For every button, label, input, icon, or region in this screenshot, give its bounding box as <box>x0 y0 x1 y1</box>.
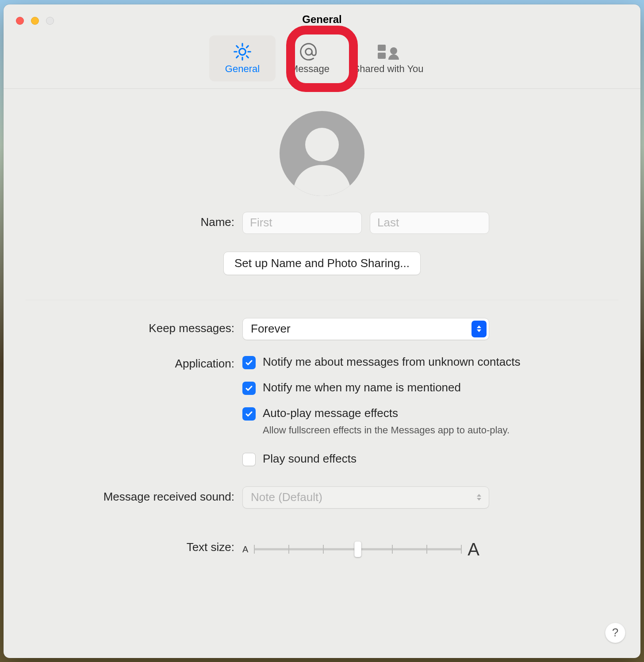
divider <box>26 300 618 300</box>
tab-general-label: General <box>225 63 260 75</box>
keep-messages-value: Forever <box>251 322 291 336</box>
window-controls <box>16 17 54 25</box>
name-label: Name: <box>26 212 242 229</box>
sound-label: Message received sound: <box>26 486 242 504</box>
slider-tick <box>461 545 462 554</box>
last-name-input[interactable] <box>370 212 489 234</box>
svg-rect-3 <box>378 53 386 59</box>
preferences-window: General General iMessag <box>4 4 640 658</box>
text-size-label: Text size: <box>26 540 242 554</box>
checkbox-row: Play sound effects <box>242 452 520 466</box>
help-button[interactable]: ? <box>605 623 625 643</box>
question-mark-icon: ? <box>612 626 618 639</box>
slider-thumb[interactable] <box>354 541 361 557</box>
slider-tick <box>323 545 324 554</box>
header: General General iMessag <box>4 4 640 89</box>
gear-icon <box>233 42 252 61</box>
checkbox-subtext: Allow fullscreen effects in the Messages… <box>263 425 510 436</box>
slider-tick <box>426 545 427 554</box>
minimize-window-button[interactable] <box>31 17 39 25</box>
text-size-slider[interactable] <box>254 543 461 556</box>
svg-point-1 <box>306 48 312 55</box>
content: Name: Set up Name and Photo Sharing... K… <box>4 89 640 658</box>
checkbox-row: Auto-play message effectsAllow fullscree… <box>242 406 520 436</box>
checkbox-label: Notify me about messages from unknown co… <box>263 355 520 369</box>
first-name-input[interactable] <box>242 212 362 234</box>
tab-general[interactable]: General <box>209 35 276 81</box>
close-window-button[interactable] <box>16 17 24 25</box>
checkbox-label: Play sound effects <box>263 452 356 466</box>
application-label: Application: <box>26 353 242 371</box>
message-sound-value: Note (Default) <box>251 490 322 504</box>
svg-point-4 <box>390 47 397 54</box>
checkbox-row: Notify me when my name is mentioned <box>242 381 520 395</box>
checkbox[interactable] <box>242 407 256 421</box>
keep-messages-label: Keep messages: <box>26 318 242 335</box>
checkbox-label: Auto-play message effects <box>263 406 510 420</box>
keep-messages-select[interactable]: Forever <box>242 318 489 340</box>
tab-imessage-label: iMessage <box>288 63 330 75</box>
window-title: General <box>4 13 640 26</box>
checkbox[interactable] <box>242 453 256 466</box>
slider-tick <box>392 545 393 554</box>
checkbox[interactable] <box>242 356 256 369</box>
text-size-small-glyph: A <box>242 544 248 555</box>
svg-rect-2 <box>378 45 386 51</box>
checkbox[interactable] <box>242 382 256 395</box>
message-sound-select[interactable]: Note (Default) <box>242 486 489 509</box>
svg-point-5 <box>305 128 339 161</box>
tab-shared-with-you[interactable]: Shared with You <box>342 35 435 81</box>
chevron-up-down-icon <box>472 321 487 337</box>
zoom-window-button[interactable] <box>46 17 54 25</box>
tab-imessage[interactable]: iMessage <box>276 35 342 81</box>
tab-shared-label: Shared with You <box>353 63 423 75</box>
toolbar: General iMessage <box>4 35 640 89</box>
chevron-up-down-icon <box>472 489 487 506</box>
checkbox-row: Notify me about messages from unknown co… <box>242 355 520 369</box>
shared-with-you-icon <box>376 42 401 61</box>
slider-tick <box>288 545 289 554</box>
svg-point-0 <box>239 48 246 55</box>
text-size-large-glyph: A <box>468 540 479 559</box>
slider-tick <box>254 545 255 554</box>
checkbox-label: Notify me when my name is mentioned <box>263 381 461 394</box>
profile-avatar[interactable] <box>280 111 364 196</box>
at-sign-icon <box>299 42 318 61</box>
setup-name-photo-button[interactable]: Set up Name and Photo Sharing... <box>223 252 421 275</box>
